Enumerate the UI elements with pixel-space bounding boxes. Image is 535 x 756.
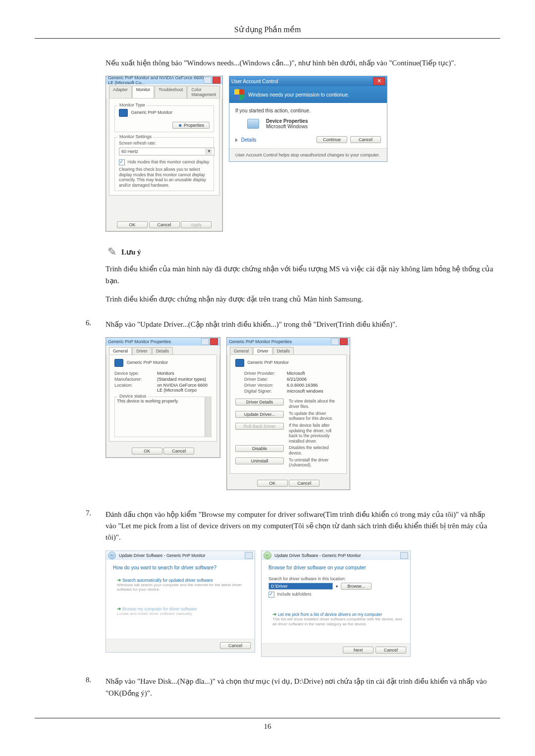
tab-color-management[interactable]: Color Management (187, 86, 220, 98)
tab-details[interactable]: Details (152, 347, 173, 354)
option-browse-computer[interactable]: ➔Browse my computer for driver software … (113, 605, 248, 617)
arrow-right-icon: ➔ (117, 606, 121, 611)
cancel-button[interactable]: Cancel (220, 642, 251, 649)
update-driver-button[interactable]: Update Driver... (235, 411, 284, 418)
group-monitor-settings: Monitor Settings (118, 134, 153, 139)
path-input[interactable]: D:\Driver (268, 583, 333, 590)
tab-monitor[interactable]: Monitor (132, 86, 154, 98)
tab-general[interactable]: General (230, 347, 253, 354)
tab-adapter[interactable]: Adapter (109, 86, 132, 98)
page-header: Sử dụng Phần mềm (35, 25, 500, 38)
option-search-auto[interactable]: ➔Search automatically for updated driver… (113, 576, 248, 593)
uac-headline: Windows needs your permission to contion… (229, 86, 387, 103)
tab-driver[interactable]: Driver (132, 347, 152, 354)
driver-version-value: 6.0.6000.16386 (287, 383, 341, 388)
arrow-right-icon: ➔ (272, 611, 276, 617)
roll-back-driver-button[interactable]: Roll Back Driver (235, 423, 284, 430)
location-label: Search for driver software in this locat… (268, 576, 403, 582)
uac-started-label: If you started this action, continue. (235, 108, 381, 113)
help-icon[interactable] (201, 338, 209, 345)
uac-titlebar: User Account Control ✕ (229, 76, 387, 86)
refresh-rate-label: Screen refresh rate: (119, 141, 210, 146)
ok-button[interactable]: OK (257, 480, 288, 487)
device-name: Generic PnP Monitor (127, 360, 168, 365)
driver-provider-value: Microsoft (287, 371, 341, 376)
figure-monitor-and-uac: Generic PnP Monitor and NVIDIA GeForce 6… (106, 76, 495, 232)
wizard-heading: How do you want to search for driver sof… (113, 565, 248, 570)
props-general-window: Generic PnP Monitor Properties General D… (106, 337, 220, 458)
monitor-icon (235, 359, 244, 367)
close-icon[interactable] (245, 552, 253, 559)
cancel-button[interactable]: Cancel (149, 221, 180, 228)
hide-modes-description: Clearing this check box allows you to se… (119, 167, 210, 188)
header-rule (35, 38, 500, 39)
step-7-text: Đánh dấu chọn vào hộp kiểm "Browse my co… (106, 509, 495, 544)
ok-button[interactable]: OK (132, 448, 162, 454)
cancel-button[interactable]: Cancel (289, 480, 320, 487)
hide-modes-checkbox[interactable] (119, 159, 125, 165)
wizard-heading: Browse for driver software on your compu… (268, 565, 403, 570)
apply-button[interactable]: Apply (181, 221, 212, 228)
tab-driver[interactable]: Driver (253, 347, 272, 354)
scrollbar[interactable] (205, 397, 211, 437)
tab-troubleshoot[interactable]: Troubleshoot (155, 86, 187, 98)
monitor-icon (114, 359, 123, 367)
note-block: ✎ Lưu ý Trình điều khiển của màn hình nà… (106, 246, 495, 305)
note-icon: ✎ (106, 246, 118, 258)
cancel-button[interactable]: Cancel (375, 647, 406, 654)
chevron-down-icon: ▼ (206, 149, 212, 154)
help-icon[interactable] (331, 338, 339, 345)
monitor-properties-window: Generic PnP Monitor and NVIDIA GeForce 6… (106, 76, 223, 232)
close-icon[interactable]: ✕ (373, 77, 385, 85)
option-let-me-pick[interactable]: ➔Let me pick from a list of device drive… (268, 610, 403, 627)
page-number: 16 (35, 722, 500, 731)
manufacturer-value: (Standard monitor types) (157, 377, 212, 382)
step-8-number: 8. (86, 676, 106, 703)
wizard-browse-window: ← Update Driver Software - Generic PnP M… (261, 551, 411, 657)
step-7-number: 7. (86, 509, 106, 662)
properties-button[interactable]: ☻ Properties (172, 122, 210, 129)
footer-rule (35, 718, 500, 718)
window-title: Generic PnP Monitor Properties (229, 339, 292, 344)
continue-button[interactable]: Continue (317, 136, 347, 143)
figure-update-wizard: ← Update Driver Software - Generic PnP M… (106, 551, 495, 657)
props-driver-window: Generic PnP Monitor Properties General D… (226, 337, 350, 490)
device-status-text: This device is working properly. (115, 397, 205, 437)
disable-button[interactable]: Disable (235, 445, 284, 452)
group-monitor-type: Monitor Type (118, 102, 147, 107)
device-status-group: Device status (118, 394, 148, 399)
close-icon[interactable] (213, 77, 220, 84)
shield-icon (234, 89, 244, 100)
ok-button[interactable]: OK (117, 221, 148, 228)
close-icon[interactable] (340, 338, 348, 345)
wizard-search-window: ← Update Driver Software - Generic PnP M… (106, 551, 255, 653)
browse-button[interactable]: Browse... (341, 583, 372, 590)
include-subfolders-checkbox[interactable] (268, 592, 274, 598)
window-title: Generic PnP Monitor and NVIDIA GeForce 6… (108, 75, 204, 85)
minimize-icon[interactable] (204, 77, 212, 84)
tab-details[interactable]: Details (273, 347, 294, 354)
driver-details-button[interactable]: Driver Details (235, 399, 284, 405)
arrow-right-icon: ➔ (117, 577, 121, 583)
back-icon[interactable]: ← (264, 552, 271, 559)
refresh-rate-select[interactable]: 60 Hertz ▼ (119, 148, 214, 155)
wizard-crumb: Update Driver Software - Generic PnP Mon… (119, 553, 206, 558)
monitor-name-label: Generic PnP Monitor (131, 110, 172, 115)
close-icon[interactable] (210, 338, 218, 345)
include-subfolders-label: Include subfolders (277, 592, 311, 597)
program-icon (247, 119, 259, 129)
window-buttons (204, 77, 220, 84)
close-icon[interactable] (400, 552, 408, 559)
intro-paragraph: Nếu xuất hiện thông báo "Windows needs..… (106, 57, 495, 69)
uninstall-button[interactable]: Uninstall (235, 457, 284, 464)
back-icon[interactable]: ← (108, 552, 116, 559)
tab-strip: Adapter Monitor Troubleshoot Color Manag… (106, 84, 222, 98)
tab-general[interactable]: General (109, 347, 132, 354)
cancel-button[interactable]: Cancel (350, 136, 381, 143)
note-paragraph-2: Trình điều khiển được chứng nhận này đượ… (106, 294, 495, 305)
cancel-button[interactable]: Cancel (163, 448, 194, 454)
details-link[interactable]: Details (241, 137, 257, 143)
step-6-number: 6. (86, 319, 106, 495)
uac-window: User Account Control ✕ Windows needs you… (229, 76, 387, 162)
next-button[interactable]: Next (343, 647, 374, 654)
